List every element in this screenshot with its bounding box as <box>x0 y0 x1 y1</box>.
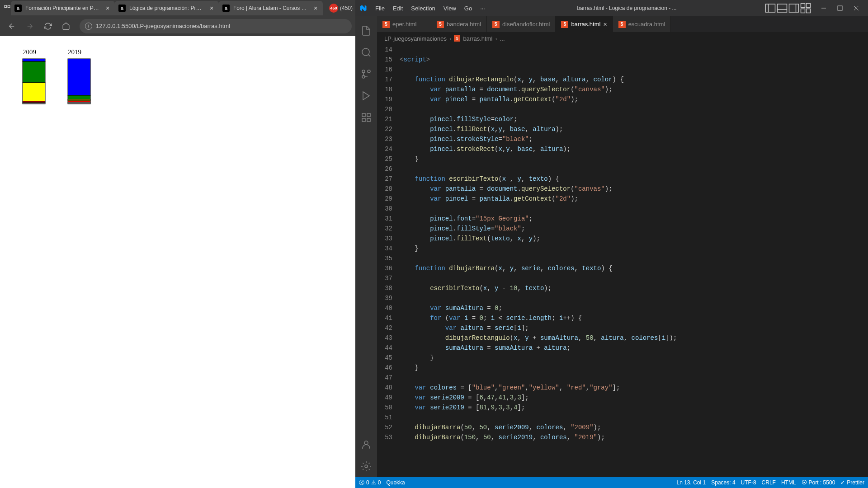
menu-view[interactable]: View <box>440 3 460 14</box>
page-content <box>0 36 355 488</box>
editor-tab-3[interactable]: 5barras.html× <box>556 16 613 32</box>
close-tab-icon[interactable]: × <box>208 5 215 12</box>
window-close-icon[interactable] <box>848 2 864 14</box>
menu-go[interactable]: Go <box>461 3 476 14</box>
editor-tab-label: bandera.html <box>447 21 481 28</box>
site-info-icon[interactable]: i <box>85 23 92 30</box>
status-ln-col[interactable]: Ln 13, Col 1 <box>676 479 706 486</box>
nav-back-button[interactable] <box>4 18 20 34</box>
error-icon: ⓧ <box>359 479 364 487</box>
breadcrumb-rest: ... <box>500 35 505 42</box>
activity-search-icon[interactable] <box>355 42 377 63</box>
svg-rect-22 <box>362 113 365 117</box>
svg-rect-4 <box>778 4 787 12</box>
svg-rect-8 <box>801 4 805 8</box>
minimap[interactable] <box>859 45 868 477</box>
tab-overview-button[interactable] <box>4 2 11 14</box>
notification-icon: 450 <box>329 4 338 13</box>
activity-settings-icon[interactable] <box>355 455 377 477</box>
breadcrumb-file: barras.html <box>463 35 492 42</box>
chart-canvas <box>0 36 355 217</box>
url-text: 127.0.0.1:5500/LP-juegosyanimaciones/bar… <box>96 23 346 29</box>
address-bar[interactable]: i 127.0.0.1:5500/LP-juegosyanimaciones/b… <box>80 19 352 33</box>
window-maximize-icon[interactable] <box>832 2 848 14</box>
html5-icon: 5 <box>382 21 390 28</box>
editor-tab-2[interactable]: 5diseñandoflor.html <box>487 16 556 32</box>
svg-point-16 <box>362 48 369 56</box>
html5-icon: 5 <box>561 21 568 28</box>
svg-rect-25 <box>367 118 370 122</box>
editor-tab-label: barras.html <box>571 21 600 28</box>
chevron-right-icon: › <box>495 35 497 42</box>
editor-tab-label: diseñandoflor.html <box>502 21 550 28</box>
vscode-logo-icon <box>359 4 367 12</box>
svg-line-17 <box>368 55 370 56</box>
notification-count: (450) <box>340 5 353 11</box>
breadcrumb[interactable]: LP-juegosyanimaciones › 5 barras.html › … <box>377 32 868 45</box>
status-port[interactable]: ⦿ Port : 5500 <box>802 479 835 486</box>
breadcrumb-folder: LP-juegosyanimaciones <box>384 35 447 42</box>
svg-rect-2 <box>766 4 775 12</box>
svg-rect-13 <box>838 6 842 10</box>
activity-run-debug-icon[interactable] <box>355 85 377 107</box>
layout-customize-icon[interactable] <box>800 3 811 14</box>
html5-icon: 5 <box>454 35 460 42</box>
menu-selection[interactable]: Selection <box>407 3 439 14</box>
editor-tab-1[interactable]: 5bandera.html <box>431 16 487 32</box>
status-encoding[interactable]: UTF-8 <box>741 479 756 486</box>
browser-tab-1[interactable]: a Lógica de programación: Practic × <box>115 1 219 15</box>
activity-account-icon[interactable] <box>355 434 377 455</box>
close-tab-icon[interactable]: × <box>312 5 319 12</box>
svg-rect-10 <box>801 9 805 13</box>
tab-label: Lógica de programación: Practic <box>129 5 204 11</box>
code-content[interactable]: <script> function dibujarRectangulo(x, y… <box>400 45 859 477</box>
browser-tab-0[interactable]: a Formación Principiante en Progra × <box>11 1 115 15</box>
status-lang[interactable]: HTML <box>781 479 796 486</box>
status-prettier[interactable]: ✓ Prettier <box>840 479 864 486</box>
close-tab-icon[interactable]: × <box>104 5 111 12</box>
activity-explorer-icon[interactable] <box>355 20 377 42</box>
nav-forward-button <box>22 18 38 34</box>
svg-rect-1 <box>8 5 10 8</box>
tab-label: Formación Principiante en Progra <box>25 5 100 11</box>
notification-badge[interactable]: 450 (450) <box>326 3 355 14</box>
html5-icon: 5 <box>492 21 500 28</box>
svg-rect-6 <box>789 4 799 12</box>
activity-source-control-icon[interactable] <box>355 63 377 85</box>
tab-label: Foro | Alura Latam - Cursos onlin <box>233 5 308 11</box>
status-spaces[interactable]: Spaces: 4 <box>711 479 735 486</box>
svg-rect-23 <box>367 113 370 117</box>
editor-tab-label: escuadra.html <box>628 21 665 28</box>
svg-rect-24 <box>362 118 365 122</box>
svg-point-26 <box>364 441 368 445</box>
window-minimize-icon[interactable] <box>816 2 832 14</box>
activity-extensions-icon[interactable] <box>355 107 377 128</box>
favicon-alura-icon: a <box>118 5 126 12</box>
nav-home-button[interactable] <box>58 18 74 34</box>
svg-point-27 <box>365 465 368 468</box>
menu-more-icon[interactable]: ··· <box>476 3 489 14</box>
status-errors-warnings[interactable]: ⓧ 0 ⚠ 0 <box>359 479 381 487</box>
chevron-right-icon: › <box>449 35 451 42</box>
menu-edit[interactable]: Edit <box>389 3 406 14</box>
menu-file[interactable]: File <box>372 3 388 14</box>
editor-tab-0[interactable]: 5eper.html <box>377 16 431 32</box>
svg-rect-0 <box>5 5 7 8</box>
svg-marker-21 <box>363 92 369 100</box>
svg-point-18 <box>368 70 370 73</box>
svg-rect-9 <box>807 4 811 8</box>
editor-tab-4[interactable]: 5escuadra.html <box>613 16 671 32</box>
html5-icon: 5 <box>618 21 626 28</box>
svg-rect-11 <box>807 9 811 13</box>
close-tab-icon[interactable]: × <box>603 21 607 28</box>
broadcast-icon: ⦿ <box>802 479 807 486</box>
layout-toggle-sidebar-icon[interactable] <box>765 3 776 14</box>
browser-tab-2[interactable]: a Foro | Alura Latam - Cursos onlin × <box>219 1 323 15</box>
editor-tab-label: eper.html <box>392 21 416 28</box>
status-eol[interactable]: CRLF <box>762 479 776 486</box>
warning-icon: ⚠ <box>371 479 376 486</box>
nav-refresh-button[interactable] <box>40 18 56 34</box>
status-quokka[interactable]: Quokka <box>386 479 405 486</box>
layout-toggle-right-icon[interactable] <box>788 3 799 14</box>
layout-toggle-panel-icon[interactable] <box>777 3 788 14</box>
